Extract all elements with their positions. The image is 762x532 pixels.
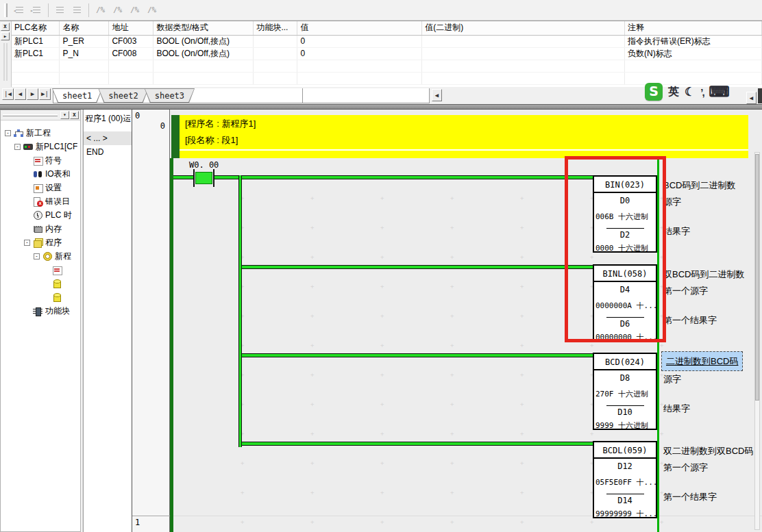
next-sheet-button[interactable]: ▶ xyxy=(27,88,38,100)
scrollbar-thumb[interactable] xyxy=(755,154,759,401)
operand-separator xyxy=(606,494,644,494)
watch-grip[interactable] xyxy=(3,43,8,81)
instruction-description[interactable]: BCD码到二进制数 xyxy=(663,179,735,192)
tree-item-符号[interactable]: 符号 xyxy=(1,153,80,167)
ladder-canvas[interactable]: [程序名 : 新程序1] [段名称 : 段1] W0. 00 BIN(023)D… xyxy=(170,110,762,532)
grid-mark: + xyxy=(241,460,244,466)
instruction-block-binl058[interactable]: BINL(058)D40000000A 十...D600000000 十... xyxy=(593,264,657,342)
show-annotation-list-icon[interactable] xyxy=(69,3,85,18)
section-icon xyxy=(52,279,62,288)
tab-scroll-left-button[interactable]: ◀ xyxy=(432,89,442,101)
differential-clear-icon[interactable]: ∕% xyxy=(144,3,160,18)
last-sheet-button[interactable]: ▶| xyxy=(39,88,51,100)
tree-expander[interactable]: - xyxy=(14,144,21,150)
tree-item-错误日[interactable]: 错误日 xyxy=(1,194,80,208)
watch-cell: BOOL (On/Off,接点) xyxy=(153,47,254,60)
operand-comment-source[interactable]: 源字 xyxy=(663,373,681,385)
tree-pane-grip[interactable] xyxy=(3,114,58,116)
instruction-block-bcdl059[interactable]: BCDL(059)D1205F5E0FF 十...D1499999999 十..… xyxy=(593,441,657,518)
tree-item-程序[interactable]: -程序 xyxy=(1,236,80,249)
punctuation-icon[interactable]: ’, xyxy=(700,86,703,98)
watch-column-header[interactable]: 注释 xyxy=(625,21,762,35)
sheet-tab-strip: sheet1sheet2sheet3 xyxy=(53,88,303,103)
grid-mark: + xyxy=(520,313,524,319)
differential-up-icon[interactable]: ∕% xyxy=(110,3,125,18)
operand-comment-source[interactable]: 第一个源字 xyxy=(663,461,708,474)
operand-comment-result[interactable]: 结果字 xyxy=(663,403,690,415)
tree-expander[interactable]: - xyxy=(5,130,11,136)
tree-item-内存[interactable]: 内存 xyxy=(1,222,80,236)
tree-close-button[interactable]: x xyxy=(70,111,79,119)
watch-cell: CF008 xyxy=(109,47,153,60)
toolbar-grip[interactable] xyxy=(4,3,8,17)
grid-mark: + xyxy=(520,431,524,437)
grid-mark: + xyxy=(310,254,314,260)
tree-expander[interactable]: - xyxy=(24,240,30,246)
watch-column-header[interactable]: 名称 xyxy=(60,21,109,35)
watch-close-button[interactable]: x xyxy=(1,23,10,31)
tree-item-PLC 时[interactable]: PLC 时 xyxy=(1,208,80,222)
watch-column-header[interactable]: 功能块... xyxy=(254,21,297,35)
differential-monitor-icon[interactable]: ∕% xyxy=(93,3,108,18)
operand-comment-result[interactable]: 第一个结果字 xyxy=(663,314,717,327)
ladder-vertical-scrollbar[interactable] xyxy=(754,152,760,530)
tree-item-新程[interactable]: -新程 xyxy=(1,249,80,263)
power-rail-wire xyxy=(214,175,593,179)
grid-mark: + xyxy=(520,490,524,496)
watch-column-header[interactable]: 值 xyxy=(297,21,422,35)
instruction-block-bcd024[interactable]: BCD(024)D8270F 十六进制D109999 十六进制 xyxy=(593,353,657,430)
ime-language-indicator[interactable]: 英 xyxy=(668,85,679,99)
grid-mark: + xyxy=(310,460,314,466)
tree-item-symbols-icon[interactable] xyxy=(1,263,80,277)
watch-expand-button[interactable]: ▶ xyxy=(1,32,10,40)
tree-item-label: 新工程 xyxy=(26,127,51,139)
tree-item-IO表和[interactable]: IO表和 xyxy=(1,167,80,181)
prev-sheet-button[interactable]: ◀ xyxy=(14,88,26,100)
sheet-tab-sheet2[interactable]: sheet2 xyxy=(98,88,148,103)
tree-pane-header: ▾ x xyxy=(1,110,80,121)
differential-down-icon[interactable]: ∕% xyxy=(127,3,143,18)
instruction-block-bin023[interactable]: BIN(023)D0006B 十六进制D20000 十六进制 xyxy=(593,175,657,253)
instruction-description[interactable]: 二进制数到BCD码 xyxy=(661,351,743,371)
operand-comment-result[interactable]: 第一个结果字 xyxy=(663,491,717,503)
operand-comment-result[interactable]: 结果字 xyxy=(663,225,690,238)
watch-column-header[interactable]: 数据类型/格式 xyxy=(153,21,254,35)
show-rung-comments-icon[interactable] xyxy=(52,3,68,18)
tree-item-新工程[interactable]: -新工程 xyxy=(1,126,80,140)
sogou-logo-icon[interactable]: S xyxy=(645,83,663,101)
contact-w0-00[interactable] xyxy=(195,172,212,184)
tree-expander[interactable]: - xyxy=(34,253,40,259)
night-mode-icon[interactable]: ☾ xyxy=(685,85,695,99)
watch-row[interactable]: 新PLC1P_ERCF003BOOL (On/Off,接点)0指令执行错误(ER… xyxy=(12,35,762,47)
tree-item-新PLC1[CF[interactable]: -新PLC1[CF xyxy=(1,140,80,153)
tree-item-section-icon[interactable] xyxy=(1,290,80,304)
operand-comment-source[interactable]: 源字 xyxy=(663,196,681,208)
instruction-description[interactable]: 双BCD码到二进制数 xyxy=(663,268,744,281)
operand-value: 006B 十六进制 xyxy=(595,212,648,222)
virtual-keyboard-icon[interactable]: ⌨ xyxy=(709,86,730,98)
tree-item-设置[interactable]: 设置 xyxy=(1,181,80,194)
instruction-description[interactable]: 双二进制数到双BCD码 xyxy=(663,445,753,457)
watch-column-header[interactable]: PLC名称 xyxy=(12,21,60,35)
watch-column-header[interactable]: 地址 xyxy=(109,21,153,35)
tree-item-section-icon[interactable] xyxy=(1,277,80,290)
watch-column-header[interactable]: 值(二进制) xyxy=(422,21,625,35)
right-bus-bar xyxy=(657,158,659,532)
indent-rung-icon[interactable]: ▸ xyxy=(29,3,45,18)
tree-dropdown-button[interactable]: ▾ xyxy=(60,111,69,119)
watch-cell xyxy=(60,72,109,84)
horizontal-splitter[interactable] xyxy=(0,104,762,110)
rung-comment-block[interactable]: [程序名 : 新程序1] [段名称 : 段1] xyxy=(171,115,748,158)
operand-comment-source[interactable]: 第一个源字 xyxy=(663,285,708,297)
tree-item-功能块[interactable]: 功能块 xyxy=(1,304,80,318)
watch-row-empty[interactable] xyxy=(12,60,762,72)
section-item[interactable]: END xyxy=(84,145,132,159)
first-sheet-button[interactable]: |◀ xyxy=(2,88,14,100)
outdent-rung-icon[interactable]: ◂ xyxy=(12,3,27,18)
sheet-tab-sheet1[interactable]: sheet1 xyxy=(52,88,102,103)
section-item[interactable]: < ... > xyxy=(84,131,132,145)
sheet-tab-sheet3[interactable]: sheet3 xyxy=(145,88,195,103)
watch-cell xyxy=(254,47,297,60)
watch-cell xyxy=(625,60,762,72)
watch-row[interactable]: 新PLC1P_NCF008BOOL (On/Off,接点)0负数(N)标志 xyxy=(12,47,762,60)
